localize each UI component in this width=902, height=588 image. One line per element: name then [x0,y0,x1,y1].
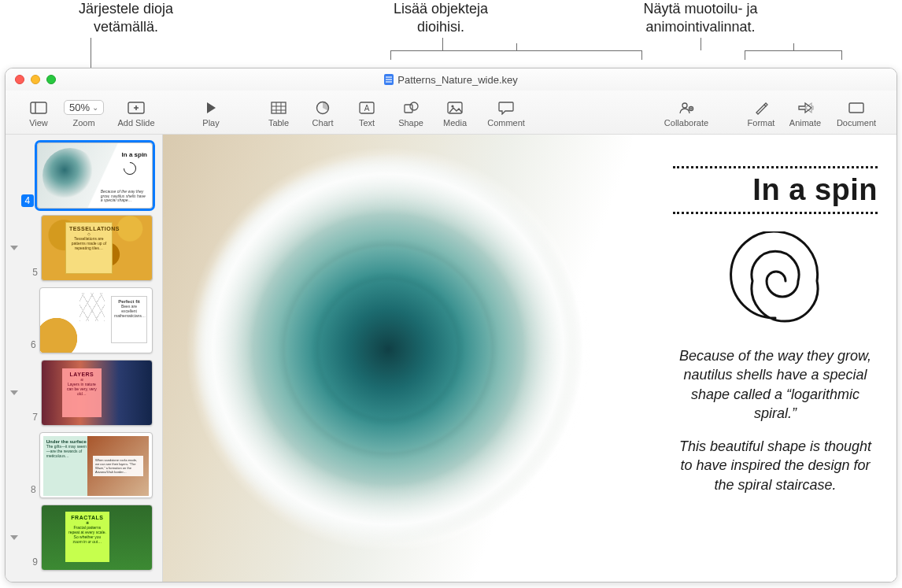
slide-thumb-7[interactable]: 7 LAYERS≋Layers in nature can be very, v… [6,357,157,429]
table-button[interactable]: Table [257,94,301,132]
format-label: Format [748,118,775,128]
slide-canvas[interactable]: In a spin Because of the way they grow, … [163,135,896,582]
collaborate-icon [678,99,695,116]
document-title: Patterns_Nature_wide.key [6,74,896,86]
callout-annotations: Järjestele dioja vetämällä. Lisää objekt… [0,0,902,68]
comment-icon [498,99,514,116]
svg-rect-0 [31,102,46,113]
shape-button[interactable]: Shape [389,94,433,132]
view-label: View [29,118,48,128]
play-label: Play [202,118,219,128]
chart-button[interactable]: Chart [301,94,345,132]
media-label: Media [443,118,467,128]
callout-insert: Lisää objekteja dioihisi. [338,0,543,35]
animate-icon [797,99,814,116]
app-window: Patterns_Nature_wide.key View 50%⌄ Zoom … [5,68,897,582]
table-label: Table [268,118,289,128]
titlebar: Patterns_Nature_wide.key [6,68,896,91]
thumb-title: TESSELLATIONS [69,226,120,231]
slide-thumb-9[interactable]: 9 FRACTALS❋Fractal patterns repeat at ev… [6,501,157,574]
slide-thumb-4[interactable]: 4 In a spin Because of the way they grow… [6,139,157,212]
callout-format-leader [701,38,701,50]
thumb-title: In a spin [122,151,147,158]
callout-insert-bracket [390,50,642,60]
svg-point-14 [410,102,418,110]
minimize-window-button[interactable] [31,75,40,84]
document-button-icon [848,99,865,116]
slide-number: 5 [23,267,38,281]
svg-point-17 [682,103,687,108]
text-label: Text [359,118,375,128]
collaborate-button[interactable]: Collaborate [657,94,715,132]
callout-format-l1: Näytä muotoilu- ja [643,1,757,17]
window-controls [15,75,56,84]
slide-thumb-5[interactable]: 5 TESSELLATIONS◇Tessellations are patter… [6,212,157,284]
zoom-button[interactable]: 50%⌄ Zoom [61,94,107,132]
callout-format-bracket [745,50,842,60]
chart-icon [316,99,330,116]
add-slide-icon [128,99,145,116]
disclosure-triangle-icon[interactable] [10,390,18,395]
slide-thumb-8[interactable]: 8 Under the surfaceThe gifts—it may seem… [6,429,157,501]
collaborate-label: Collaborate [664,118,708,128]
slide-number: 4 [21,194,34,207]
animate-button[interactable]: Animate [783,94,827,132]
callout-insert-l1: Lisää objekteja [394,1,488,17]
svg-point-16 [451,105,453,107]
slide-thumb-preview: Under the surfaceThe gifts—it may seem—a… [39,432,153,498]
callout-format: Näytä muotoilu- ja animointivalinnat. [598,0,803,35]
callout-reorder-l2: vetämällä. [94,19,158,35]
disclosure-triangle-icon[interactable] [10,246,18,250]
svg-rect-21 [849,103,863,113]
spiral-icon[interactable] [724,231,826,326]
thumb-title: Under the surface [46,439,87,444]
play-icon [205,99,216,116]
svg-text:A: A [364,104,370,113]
text-button[interactable]: A Text [345,94,389,132]
slide-number: 8 [21,484,36,498]
nautilus-image[interactable] [163,135,632,582]
zoom-label: Zoom [72,118,94,128]
slide-paragraph-2[interactable]: This beautiful shape is thought to have … [673,437,878,494]
slide-heading[interactable]: In a spin [673,173,878,207]
svg-rect-5 [272,102,286,113]
chevron-down-icon: ⌄ [92,103,98,112]
add-slide-button[interactable]: Add Slide [107,94,165,132]
disclosure-triangle-icon[interactable] [10,535,18,540]
view-icon [30,99,47,116]
add-slide-label: Add Slide [117,118,154,128]
shape-icon [403,99,419,116]
document-label: Document [837,118,876,128]
slide-number: 7 [23,412,38,426]
callout-insert-leader [442,38,443,50]
dotted-rule-top [673,166,878,168]
thumb-title: LAYERS [70,372,94,377]
slide-number: 9 [23,557,38,571]
document-button[interactable]: Document [827,94,885,132]
text-icon: A [359,99,375,116]
format-button[interactable]: Format [739,94,783,132]
thumb-title: Perfect fit [118,299,140,304]
thumb-title: FRACTALS [71,515,103,520]
slide-thumb-preview: In a spin Because of the way they grow, … [37,142,153,209]
chart-label: Chart [312,118,334,128]
comment-button[interactable]: Comment [477,94,535,132]
slide-thumb-preview: FRACTALS❋Fractal patterns repeat at ever… [41,505,153,571]
shape-label: Shape [398,118,423,128]
comment-label: Comment [487,118,525,128]
slide-thumb-6[interactable]: 6 Perfect fitBees are excellent mathemat… [6,284,157,357]
document-icon [384,74,394,85]
view-button[interactable]: View [17,94,61,132]
slide-navigator[interactable]: 4 In a spin Because of the way they grow… [6,135,163,582]
play-button[interactable]: Play [189,94,233,132]
media-icon [447,99,463,116]
slide-thumb-preview: Perfect fitBees are excellent mathematic… [39,287,153,353]
zoom-window-button[interactable] [46,75,56,84]
format-icon [754,99,768,116]
document-title-text: Patterns_Nature_wide.key [397,74,517,86]
media-button[interactable]: Media [433,94,477,132]
close-window-button[interactable] [15,75,24,84]
callout-insert-l2: dioihisi. [417,19,464,35]
slide-paragraph-1[interactable]: Because of the way they grow, nautilus s… [673,346,878,423]
slide-number: 6 [21,339,36,353]
